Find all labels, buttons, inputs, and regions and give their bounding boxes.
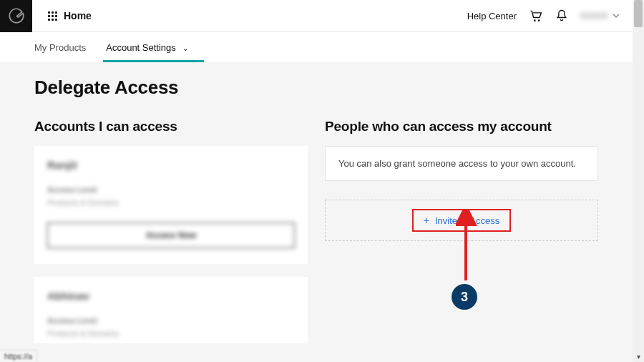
access-now-button[interactable]: Access Now [47,222,295,248]
notifications-button[interactable] [554,8,570,24]
left-column-heading: Accounts I can access [34,119,308,134]
godaddy-logo-icon [7,6,26,25]
cart-icon [529,9,543,23]
plus-icon: + [424,215,429,226]
right-column-heading: People who can access my account [325,119,598,134]
brand-logo[interactable] [0,0,32,32]
browser-status-url: https://a [0,350,37,362]
access-level-label: Access Level [47,316,295,325]
nav-my-products[interactable]: My Products [34,34,86,62]
help-center-link[interactable]: Help Center [467,11,517,21]
delegate-card: Ranjit Access Level Products & Domains A… [34,146,308,264]
delegate-card: Abhinav Access Level Products & Domains [34,277,308,343]
delegate-name: Ranjit [47,159,295,171]
account-menu[interactable] [580,12,620,19]
chevron-down-icon: ⌄ [182,44,188,52]
invite-to-access-button[interactable]: + Invite to Access [412,209,512,232]
chevron-down-icon [613,12,620,19]
access-level-value: Products & Domains [47,329,295,338]
scrollbar-thumb[interactable] [634,0,643,27]
page-title: Delegate Access [34,77,598,99]
nav-account-settings-label: Account Settings [106,42,176,53]
page-content: Delegate Access Accounts I can access Ra… [0,62,633,362]
accounts-i-can-access-column: Accounts I can access Ranjit Access Leve… [34,119,308,356]
home-link[interactable]: Home [64,10,92,21]
app-switcher[interactable]: Home [48,10,92,21]
people-who-access-column: People who can access my account You can… [325,119,598,356]
svg-point-1 [538,19,540,21]
scrollbar-down-button[interactable]: ▾ [633,351,644,362]
access-level-value: Products & Domains [47,198,295,207]
bell-icon [555,9,569,23]
invite-to-access-container[interactable]: + Invite to Access [325,200,598,241]
grant-access-info: You can also grant someone access to you… [325,146,598,181]
delegate-name: Abhinav [47,290,295,302]
nav-account-settings[interactable]: Account Settings ⌄ [106,34,188,62]
sub-nav: My Products Account Settings ⌄ [0,32,633,62]
cart-button[interactable] [528,8,544,24]
svg-point-0 [534,19,536,21]
invite-label: Invite to Access [435,215,499,226]
grid-icon [48,11,57,21]
access-level-label: Access Level [47,185,295,194]
scrollbar-track[interactable]: ▾ [633,0,644,362]
top-bar: Home Help Center [0,0,633,32]
